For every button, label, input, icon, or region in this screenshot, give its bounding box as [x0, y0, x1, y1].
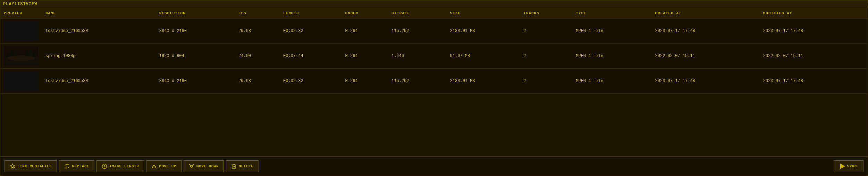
cell-size: 2180.01 MB [447, 18, 520, 43]
table-wrapper: PREVIEW NAME RESOLUTION FPS LENGTH CODEC… [0, 8, 868, 156]
move-down-label: MOVE DOWN [196, 164, 219, 168]
clock-icon [102, 163, 107, 169]
col-bitrate: BITRATE [388, 8, 446, 18]
col-preview: PREVIEW [0, 8, 42, 18]
svg-line-16 [104, 166, 106, 167]
playlist-title: PLAYLISTVIEW [0, 0, 868, 8]
cell-size: 91.67 MB [447, 43, 520, 69]
col-codec: CODEC [342, 8, 388, 18]
cell-resolution: 3840 x 2160 [156, 69, 235, 94]
col-name: NAME [42, 8, 156, 18]
image-length-label: IMAGE LENGTH [109, 164, 139, 168]
svg-point-10 [7, 55, 35, 61]
col-length: LENGTH [280, 8, 342, 18]
sync-icon [840, 163, 845, 169]
delete-icon [231, 163, 237, 169]
scene-svg [4, 46, 39, 66]
cell-created_at: 2023-07-17 17:48 [652, 18, 760, 43]
cell-fps: 24.00 [235, 43, 280, 69]
cell-created_at: 2022-02-07 15:11 [652, 43, 760, 69]
cell-created_at: 2023-07-17 17:48 [652, 69, 760, 94]
cell-length: 00:02:32 [280, 69, 342, 94]
preview-thumbnail [4, 21, 39, 41]
cell-modified_at: 2023-07-17 17:48 [760, 69, 868, 94]
preview-cell [0, 18, 42, 43]
playlist-view: PLAYLISTVIEW PREVIEW NAME RESOLUTION FPS… [0, 0, 868, 176]
table-row[interactable]: testvideo_2160p303840 x 216029.9800:02:3… [0, 18, 868, 43]
delete-label: DELETE [239, 164, 254, 168]
delete-button[interactable]: DELETE [226, 160, 259, 172]
link-mediafile-label: LINK MEDIAFILE [17, 164, 52, 168]
cell-codec: H.264 [342, 69, 388, 94]
col-created-at: CREATED AT [652, 8, 760, 18]
col-modified-at: MODIFIED AT [760, 8, 868, 18]
move-down-icon [189, 163, 194, 169]
table-row[interactable]: testvideo_2160p303840 x 216029.9800:02:3… [0, 69, 868, 94]
svg-rect-17 [232, 165, 236, 168]
col-fps: FPS [235, 8, 280, 18]
move-up-button[interactable]: MOVE UP [146, 160, 182, 172]
playlist-table: PREVIEW NAME RESOLUTION FPS LENGTH CODEC… [0, 8, 868, 94]
cell-size: 2180.01 MB [447, 69, 520, 94]
toolbar: LINK MEDIAFILE REPLACE IMAGE LENGTH [0, 156, 868, 176]
cell-length: 00:07:44 [280, 43, 342, 69]
star-plus-icon [10, 163, 15, 169]
svg-marker-11 [10, 164, 15, 169]
col-resolution: RESOLUTION [156, 8, 235, 18]
sync-button[interactable]: SYNC [834, 160, 863, 172]
preview-cell [0, 69, 42, 94]
image-length-button[interactable]: IMAGE LENGTH [96, 160, 144, 172]
cell-type: MPEG-4 File [572, 69, 651, 94]
cell-bitrate: 115.292 [388, 69, 446, 94]
cell-name: spring-1080p [42, 43, 156, 69]
sync-label: SYNC [847, 164, 857, 168]
col-tracks: TRACKS [520, 8, 572, 18]
move-down-button[interactable]: MOVE DOWN [184, 160, 224, 172]
replace-button[interactable]: REPLACE [59, 160, 94, 172]
cell-type: MPEG-4 File [572, 18, 651, 43]
col-size: SIZE [447, 8, 520, 18]
table-header-row: PREVIEW NAME RESOLUTION FPS LENGTH CODEC… [0, 8, 868, 18]
cell-modified_at: 2023-07-17 17:48 [760, 18, 868, 43]
table-row[interactable]: spring-1080p1920 x 80424.0000:07:44H.264… [0, 43, 868, 69]
cell-name: testvideo_2160p30 [42, 18, 156, 43]
cell-type: MPEG-4 File [572, 43, 651, 69]
cell-tracks: 2 [520, 43, 572, 69]
replace-icon [64, 163, 70, 169]
cell-name: testvideo_2160p30 [42, 69, 156, 94]
cell-codec: H.264 [342, 43, 388, 69]
cell-tracks: 2 [520, 18, 572, 43]
cell-length: 00:02:32 [280, 18, 342, 43]
preview-cell [0, 43, 42, 69]
svg-marker-23 [840, 163, 845, 169]
cell-tracks: 2 [520, 69, 572, 94]
cell-fps: 29.98 [235, 69, 280, 94]
cell-resolution: 3840 x 2160 [156, 18, 235, 43]
preview-thumbnail [4, 46, 39, 66]
cell-bitrate: 1.446 [388, 43, 446, 69]
preview-thumbnail [4, 71, 39, 91]
cell-codec: H.264 [342, 18, 388, 43]
cell-fps: 29.98 [235, 18, 280, 43]
cell-resolution: 1920 x 804 [156, 43, 235, 69]
move-up-icon [151, 163, 157, 169]
col-type: TYPE [572, 8, 651, 18]
link-mediafile-button[interactable]: LINK MEDIAFILE [5, 160, 57, 172]
cell-bitrate: 115.292 [388, 18, 446, 43]
move-up-label: MOVE UP [159, 164, 176, 168]
replace-label: REPLACE [72, 164, 89, 168]
cell-modified_at: 2022-02-07 15:11 [760, 43, 868, 69]
